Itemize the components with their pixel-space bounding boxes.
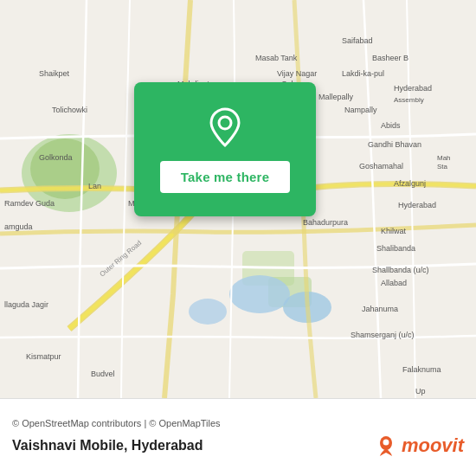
map-pin-icon <box>203 106 248 151</box>
footer: © OpenStreetMap contributors | © OpenMap… <box>0 398 476 476</box>
svg-text:Hyderabad: Hyderabad <box>398 201 436 209</box>
svg-text:Lakdi-ka-pul: Lakdi-ka-pul <box>342 69 384 78</box>
svg-text:Jahanuma: Jahanuma <box>362 305 398 313</box>
location-card: Take me there <box>134 82 316 216</box>
moovit-text: moovit <box>402 434 464 457</box>
svg-text:Assembly: Assembly <box>394 96 424 104</box>
svg-text:Abids: Abids <box>381 121 401 130</box>
svg-point-7 <box>189 299 227 325</box>
svg-text:Allabad: Allabad <box>381 279 407 287</box>
svg-text:Lan: Lan <box>88 182 101 190</box>
svg-point-49 <box>383 439 389 445</box>
svg-text:Kismatpur: Kismatpur <box>26 352 61 361</box>
svg-text:Saifabad: Saifabad <box>342 36 373 45</box>
svg-text:Golkonda: Golkonda <box>39 153 73 162</box>
svg-text:Goshamahal: Goshamahal <box>359 162 403 170</box>
svg-text:Khilwat: Khilwat <box>381 227 407 235</box>
svg-text:Masab Tank: Masab Tank <box>255 54 298 62</box>
svg-text:Ramdev Guda: Ramdev Guda <box>4 199 55 208</box>
svg-text:llaguda Jagir: llaguda Jagir <box>4 300 48 309</box>
svg-text:Sta: Sta <box>437 163 448 170</box>
svg-text:Nampally: Nampally <box>344 106 377 114</box>
svg-text:amguda: amguda <box>4 222 33 231</box>
svg-point-47 <box>219 117 231 129</box>
svg-text:Bahadurpura: Bahadurpura <box>303 218 348 227</box>
svg-text:Vijay Nagar: Vijay Nagar <box>277 69 317 78</box>
svg-text:Tolichowki: Tolichowki <box>52 106 87 114</box>
svg-text:Falaknuma: Falaknuma <box>402 365 441 374</box>
svg-text:Shaikpet: Shaikpet <box>39 69 70 78</box>
take-me-there-button[interactable]: Take me there <box>160 161 290 193</box>
svg-text:Up: Up <box>415 387 426 396</box>
map-container: Shaikpet Tolichowki Golkonda Lan Ramdev … <box>0 0 476 398</box>
map-attribution: © OpenStreetMap contributors | © OpenMap… <box>12 418 464 428</box>
moovit-logo: moovit <box>374 434 464 458</box>
location-name: Vaishnavi Mobile, Hyderabad <box>12 438 203 453</box>
svg-text:Gandhi Bhavan: Gandhi Bhavan <box>368 140 421 149</box>
svg-text:Afzalgunj: Afzalgunj <box>394 179 426 188</box>
svg-text:Budvel: Budvel <box>91 370 115 378</box>
svg-text:Mah: Mah <box>437 154 451 162</box>
svg-text:Basheer B: Basheer B <box>372 54 408 62</box>
svg-text:Shallbanda (u/c): Shallbanda (u/c) <box>372 266 429 274</box>
svg-text:Hyderabad: Hyderabad <box>394 84 432 93</box>
svg-text:Shamserganj (u/c): Shamserganj (u/c) <box>351 331 415 339</box>
svg-text:Mallepally: Mallepally <box>318 93 354 101</box>
moovit-icon <box>374 434 398 458</box>
svg-text:Shalibanda: Shalibanda <box>376 244 415 253</box>
svg-point-5 <box>229 275 290 313</box>
footer-bottom: Vaishnavi Mobile, Hyderabad moovit <box>12 434 464 458</box>
